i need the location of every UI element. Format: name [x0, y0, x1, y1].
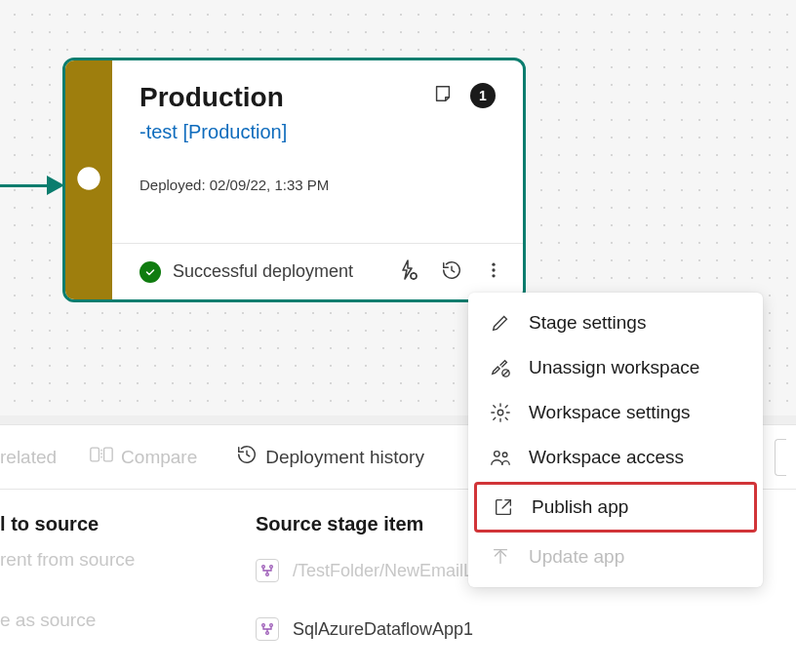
svg-point-2 [492, 262, 495, 265]
item-name: SqlAzureDataflowApp1 [293, 619, 473, 640]
svg-point-3 [492, 268, 495, 271]
svg-point-15 [270, 624, 273, 627]
note-button[interactable] [429, 82, 457, 109]
menu-workspace-access[interactable]: Workspace access [474, 435, 757, 480]
svg-point-7 [495, 452, 499, 457]
people-icon [490, 447, 511, 468]
col-header-left: l to source [0, 513, 256, 535]
menu-update-app: Update app [474, 534, 757, 579]
item-name: /TestFolder/NewEmailL [293, 561, 473, 581]
dataflow-icon [256, 559, 279, 582]
menu-publish-app[interactable]: Publish app [474, 482, 757, 533]
toolbar-compare-label: Compare [121, 447, 197, 468]
history-icon [441, 259, 462, 285]
item-count-badge[interactable]: 1 [470, 83, 496, 108]
stage-stripe [65, 60, 112, 299]
svg-point-8 [502, 453, 507, 457]
svg-rect-9 [91, 448, 100, 461]
toolbar-related-label: related [0, 447, 57, 468]
svg-point-12 [270, 566, 273, 569]
menu-workspace-settings[interactable]: Workspace settings [474, 390, 757, 435]
lightning-gear-icon [396, 258, 419, 286]
deployed-timestamp: Deployed: 02/09/22, 1:33 PM [139, 177, 496, 193]
left-row-2: e as source [0, 610, 256, 631]
menu-unassign-workspace[interactable]: Unassign workspace [474, 345, 757, 390]
success-icon [139, 261, 161, 283]
toolbar-related: related [0, 447, 57, 468]
stage-card-production[interactable]: Production 1 -test [P [62, 58, 526, 302]
workspace-link[interactable]: -test [Production] [139, 121, 496, 143]
stage-header-actions: 1 [429, 82, 496, 109]
history-button[interactable] [441, 259, 462, 285]
stage-footer: Successful deployment [112, 243, 523, 299]
stage-top: Production 1 -test [P [112, 60, 523, 243]
dataflow-icon [256, 617, 279, 641]
menu-label: Stage settings [529, 312, 646, 334]
svg-point-4 [492, 274, 495, 277]
menu-label: Workspace settings [529, 402, 690, 423]
col-compared-to-source: l to source rent from source e as source [0, 513, 256, 651]
toolbar-history-label: Deployment history [265, 447, 424, 468]
left-row-1: rent from source [0, 549, 256, 571]
toolbar-right-button[interactable] [775, 439, 786, 476]
svg-point-13 [266, 573, 269, 576]
more-button[interactable] [484, 260, 503, 284]
svg-point-0 [78, 168, 100, 189]
svg-point-11 [262, 566, 265, 569]
compare-icon [90, 445, 113, 469]
menu-label: Update app [529, 546, 624, 568]
menu-label: Workspace access [529, 447, 684, 468]
stage-title: Production [139, 82, 284, 113]
arrow-up-icon [490, 546, 511, 568]
stage-body: Production 1 -test [P [112, 60, 523, 299]
more-vertical-icon [484, 260, 503, 284]
open-external-icon [493, 496, 514, 518]
menu-label: Unassign workspace [529, 357, 699, 378]
refresh-circle-icon [76, 166, 101, 195]
deploy-button[interactable] [396, 258, 419, 286]
stage-context-menu: Stage settings Unassign workspace Worksp… [468, 293, 763, 587]
svg-point-16 [266, 632, 269, 635]
footer-actions [396, 258, 503, 286]
status-text: Successful deployment [173, 261, 384, 282]
history-icon [236, 444, 258, 470]
svg-rect-10 [104, 448, 113, 461]
menu-label: Publish app [532, 496, 628, 518]
menu-stage-settings[interactable]: Stage settings [474, 300, 757, 345]
toolbar-history[interactable]: Deployment history [236, 444, 424, 470]
pen-cancel-icon [490, 357, 511, 378]
list-item[interactable]: SqlAzureDataflowApp1 [256, 608, 796, 651]
svg-point-14 [262, 624, 265, 627]
svg-point-6 [498, 410, 503, 415]
gear-icon [490, 402, 511, 423]
pencil-icon [490, 312, 511, 334]
stage-header-row: Production 1 [139, 82, 496, 113]
toolbar-compare: Compare [90, 445, 197, 469]
note-icon [432, 83, 454, 108]
